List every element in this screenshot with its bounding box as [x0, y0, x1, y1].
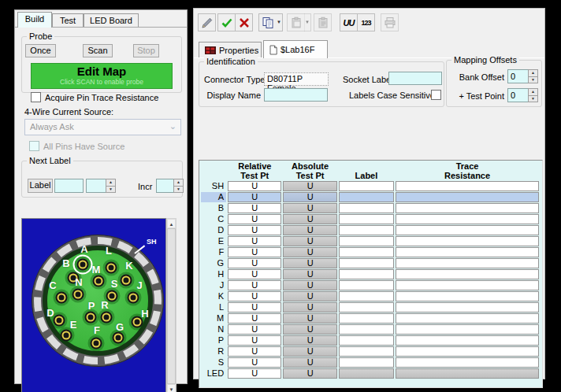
cell-absolute-S[interactable]: U	[283, 357, 336, 368]
copy-dropdown-arrow[interactable]: ▼	[276, 13, 283, 31]
cell-label-N[interactable]	[339, 324, 394, 335]
pin-K[interactable]	[122, 276, 131, 285]
row-header-P[interactable]: P	[201, 335, 226, 346]
pin-L[interactable]	[107, 264, 116, 272]
cell-label-R[interactable]	[339, 346, 394, 357]
cell-absolute-J[interactable]: U	[283, 280, 336, 290]
cell-trace-C[interactable]	[396, 214, 539, 224]
bank-offset-stepper[interactable]: ▲▼	[507, 69, 538, 83]
cell-label-G[interactable]	[339, 258, 394, 268]
tab-test[interactable]: Test	[52, 13, 84, 27]
display-name-input[interactable]	[264, 88, 328, 102]
row-header-C[interactable]: C	[201, 214, 226, 224]
cell-absolute-H[interactable]: U	[283, 269, 336, 279]
cell-absolute-R[interactable]: U	[283, 346, 336, 357]
cell-trace-S[interactable]	[396, 357, 539, 368]
row-header-J[interactable]: J	[201, 280, 226, 290]
cell-label-B[interactable]	[339, 203, 394, 213]
cell-relative-E[interactable]: U	[228, 236, 281, 246]
cell-relative-A[interactable]: U	[228, 192, 281, 202]
paste-button[interactable]	[287, 13, 305, 31]
paste-dropdown-arrow[interactable]: ▼	[304, 13, 311, 31]
pin-D[interactable]	[55, 316, 64, 325]
stop-button[interactable]: Stop	[133, 44, 159, 57]
copy-button[interactable]	[258, 13, 277, 31]
cell-relative-J[interactable]: U	[228, 280, 281, 290]
print-button[interactable]	[381, 13, 399, 31]
cell-trace-R[interactable]	[396, 346, 539, 357]
cell-label-D[interactable]	[339, 225, 394, 235]
pin-F[interactable]	[92, 339, 101, 348]
cell-label-E[interactable]	[339, 236, 394, 246]
cell-absolute-LED[interactable]: U	[283, 368, 336, 379]
row-header-LED[interactable]: LED	[201, 368, 226, 379]
cell-relative-F[interactable]: U	[228, 247, 281, 257]
cell-trace-L[interactable]	[396, 302, 539, 312]
cell-label-K[interactable]	[339, 291, 394, 301]
cell-label-S[interactable]	[339, 357, 394, 368]
cell-relative-B[interactable]: U	[228, 203, 281, 213]
test-point-value[interactable]	[507, 88, 528, 102]
row-header-A[interactable]: A	[201, 192, 226, 202]
cell-relative-C[interactable]: U	[228, 214, 281, 224]
tab-lab16f[interactable]: $Lab16F	[263, 40, 328, 58]
cell-trace-LED[interactable]	[396, 368, 539, 379]
cell-absolute-M[interactable]: U	[283, 313, 336, 324]
image-vertical-scrollbar[interactable]: ▲ ▼	[166, 218, 176, 392]
pin-S[interactable]	[108, 292, 117, 301]
cell-trace-E[interactable]	[396, 236, 539, 246]
edit-button[interactable]	[198, 13, 216, 31]
edit-map-button[interactable]: Edit Map Click SCAN to enable probe	[31, 63, 173, 89]
cell-absolute-P[interactable]: U	[283, 335, 336, 346]
cell-label-C[interactable]	[339, 214, 394, 224]
scroll-thumb[interactable]	[167, 228, 176, 384]
cell-label-J[interactable]	[339, 280, 394, 290]
cell-relative-G[interactable]: U	[228, 258, 281, 268]
pin-M[interactable]	[95, 277, 103, 286]
suffix-value[interactable]	[86, 179, 106, 193]
cell-trace-F[interactable]	[396, 247, 539, 257]
paste-special-button[interactable]	[314, 13, 332, 31]
row-header-SH[interactable]: SH	[201, 181, 226, 191]
spin-down-icon[interactable]: ▼	[106, 187, 116, 194]
cell-relative-L[interactable]: U	[228, 302, 281, 312]
cell-relative-P[interactable]: U	[228, 335, 281, 346]
cell-trace-D[interactable]	[396, 225, 539, 235]
scroll-down-icon[interactable]: ▼	[167, 384, 176, 392]
cell-label-P[interactable]	[339, 335, 394, 346]
cell-trace-H[interactable]	[396, 269, 539, 279]
accept-button[interactable]	[217, 13, 236, 31]
cell-relative-H[interactable]: U	[228, 269, 281, 279]
row-header-M[interactable]: M	[201, 313, 226, 324]
next-label-input[interactable]	[54, 179, 84, 193]
cell-label-SH[interactable]	[339, 181, 394, 191]
socket-label-input[interactable]	[388, 72, 442, 85]
pin-N[interactable]	[74, 290, 83, 299]
cell-relative-R[interactable]: U	[228, 346, 281, 357]
row-header-F[interactable]: F	[201, 247, 226, 257]
bank-offset-value[interactable]	[507, 69, 528, 83]
acquire-pin-trace-checkbox[interactable]: Acquire Pin Trace Resistance	[31, 92, 158, 102]
cell-absolute-E[interactable]: U	[283, 236, 336, 246]
row-header-N[interactable]: N	[201, 324, 226, 335]
cell-absolute-B[interactable]: U	[283, 203, 336, 213]
test-point-stepper[interactable]: ▲▼	[507, 88, 538, 102]
spin-up-icon[interactable]: ▲	[173, 179, 184, 187]
cell-label-F[interactable]	[339, 247, 394, 257]
cell-absolute-SH[interactable]: U	[283, 181, 336, 191]
pin-E[interactable]	[62, 331, 71, 340]
cell-trace-P[interactable]	[396, 335, 539, 346]
once-button[interactable]: Once	[25, 44, 56, 57]
tab-led-board[interactable]: LED Board	[84, 13, 139, 27]
pin-C[interactable]	[58, 294, 66, 302]
cell-relative-N[interactable]: U	[228, 324, 281, 335]
tab-properties[interactable]: Properties	[199, 42, 262, 57]
cell-relative-LED[interactable]: U	[228, 368, 281, 379]
row-header-H[interactable]: H	[201, 269, 226, 279]
incr-stepper[interactable]: ▲▼	[156, 179, 184, 193]
current-source-dropdown[interactable]: Always Ask ⌄	[24, 119, 181, 135]
cell-label-L[interactable]	[339, 302, 394, 312]
cell-absolute-C[interactable]: U	[283, 214, 336, 224]
cell-absolute-L[interactable]: U	[283, 302, 336, 312]
cell-relative-D[interactable]: U	[228, 225, 281, 235]
